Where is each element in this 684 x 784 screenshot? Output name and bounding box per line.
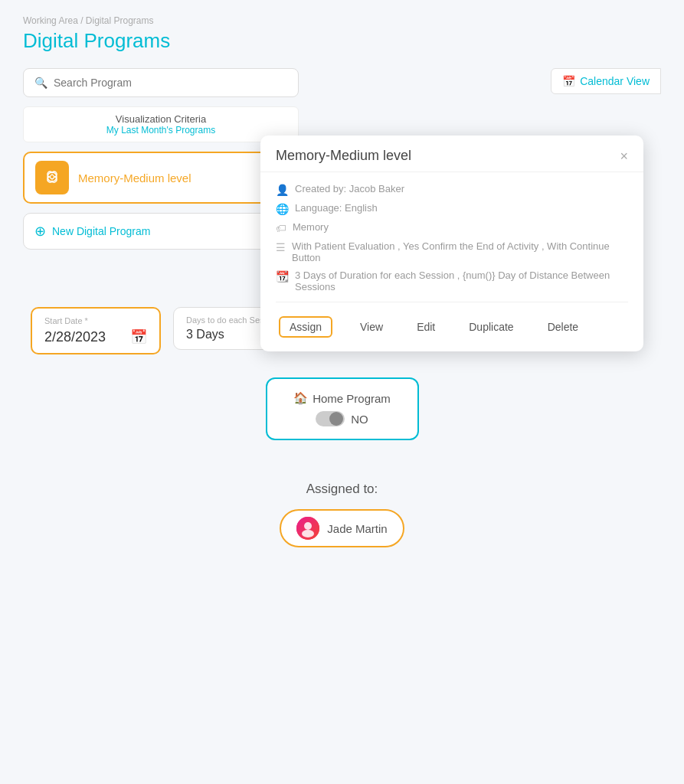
home-program-label: 🏠 Home Program (293, 391, 391, 405)
settings-text: With Patient Evaluation , Yes Confirm th… (292, 240, 628, 263)
page-title: Digital Programs (23, 29, 661, 53)
popup-actions: Assign View Edit Duplicate Delete (276, 313, 628, 341)
duration-text: 3 Days of Duration for each Session , {n… (295, 270, 628, 292)
popup-divider (276, 302, 628, 302)
person-icon: 👤 (276, 184, 289, 196)
translate-icon: 🌐 (276, 203, 289, 215)
breadcrumb-separator: / (80, 15, 86, 26)
popup-info-settings: ☰ With Patient Evaluation , Yes Confirm … (276, 240, 628, 263)
popup-body: 👤 Created by: Jacob Baker 🌐 Language: En… (260, 172, 643, 351)
search-icon: 🔍 (34, 77, 47, 89)
start-date-field[interactable]: Start Date * 2/28/2023 📅 (31, 307, 161, 354)
assign-button[interactable]: Assign (279, 316, 332, 338)
breadcrumb-parent: Working Area (23, 15, 78, 26)
home-icon: 🏠 (293, 391, 308, 405)
delete-button[interactable]: Delete (542, 318, 584, 336)
assigned-to-section: Assigned to: (31, 482, 653, 547)
brain-gear-icon (41, 167, 63, 188)
days-each-session-text: 3 Days (186, 328, 224, 341)
visualization-sublabel[interactable]: My Last Month's Programs (30, 125, 292, 136)
new-program-label: New Digital Program (52, 225, 150, 237)
search-box[interactable]: 🔍 (23, 68, 299, 97)
search-input[interactable] (54, 77, 287, 89)
visualization-criteria: Visualization Criteria My Last Month's P… (23, 106, 299, 142)
program-name: Memory-Medium level (78, 172, 191, 185)
plus-icon: ⊕ (34, 223, 46, 240)
svg-point-3 (304, 522, 312, 530)
program-item[interactable]: Memory-Medium level (23, 152, 299, 204)
calendar-view-label: Calendar View (580, 75, 650, 87)
assigned-to-title: Assigned to: (31, 482, 653, 497)
popup-info-created-by: 👤 Created by: Jacob Baker (276, 183, 628, 196)
duplicate-button[interactable]: Duplicate (463, 318, 519, 336)
created-by-text: Created by: Jacob Baker (295, 183, 404, 194)
language-text: Language: English (295, 202, 378, 214)
popup-title: Memory-Medium level (276, 148, 411, 164)
toggle-knob (329, 412, 343, 426)
home-program-toggle[interactable] (316, 411, 345, 426)
calendar-view-button[interactable]: 📅 Calendar View (551, 68, 661, 94)
home-program-box: 🏠 Home Program NO (266, 377, 419, 440)
popup-info-tag: 🏷 Memory (276, 221, 628, 234)
visualization-label: Visualization Criteria (30, 113, 292, 125)
popup-close-button[interactable]: × (620, 149, 628, 163)
program-icon (35, 161, 69, 194)
tag-icon: 🏷 (276, 222, 286, 234)
home-program-container: 🏠 Home Program NO (31, 377, 653, 463)
edit-button[interactable]: Edit (411, 318, 441, 336)
user-badge[interactable]: Jade Martin (280, 509, 404, 547)
calendar-field-icon: 📅 (130, 328, 147, 345)
calendar-icon: 📅 (562, 75, 575, 87)
user-name: Jade Martin (327, 522, 387, 535)
svg-point-1 (51, 175, 54, 179)
tag-text: Memory (293, 221, 329, 233)
duration-calendar-icon: 📆 (276, 270, 289, 283)
popup-header: Memory-Medium level × (260, 136, 643, 172)
start-date-value: 2/28/2023 📅 (44, 328, 147, 345)
view-button[interactable]: View (354, 318, 389, 336)
top-section: 🔍 Visualization Criteria My Last Month's… (23, 68, 661, 250)
home-program-text: Home Program (313, 392, 391, 405)
svg-point-4 (302, 530, 314, 537)
breadcrumb-current: Digital Programs (86, 15, 154, 26)
start-date-label: Start Date * (44, 316, 147, 325)
toggle-state-label: NO (351, 413, 368, 426)
avatar (296, 517, 319, 540)
left-panel: 🔍 Visualization Criteria My Last Month's… (23, 68, 299, 250)
popup: Memory-Medium level × 👤 Created by: Jaco… (260, 136, 643, 351)
popup-info-language: 🌐 Language: English (276, 202, 628, 215)
popup-overlay: Memory-Medium level × 👤 Created by: Jaco… (260, 136, 643, 351)
page-container: Working Area / Digital Programs Digital … (0, 0, 684, 563)
start-date-text: 2/28/2023 (44, 329, 106, 345)
breadcrumb: Working Area / Digital Programs (23, 15, 661, 26)
popup-info-duration: 📆 3 Days of Duration for each Session , … (276, 270, 628, 292)
avatar-svg (296, 517, 319, 540)
new-digital-program-button[interactable]: ⊕ New Digital Program (23, 213, 299, 250)
settings-icon: ☰ (276, 241, 286, 253)
toggle-row: NO (316, 411, 368, 426)
